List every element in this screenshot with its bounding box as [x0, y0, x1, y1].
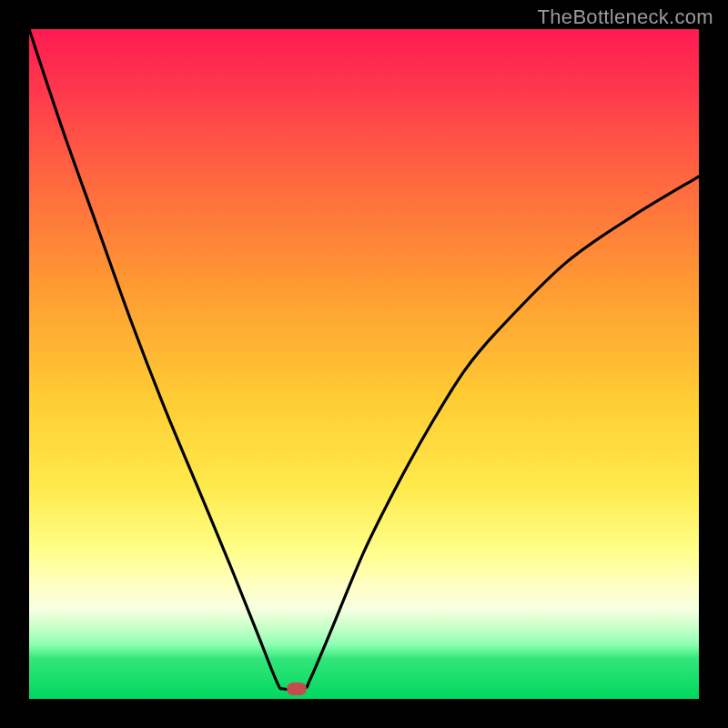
chart-frame: TheBottleneck.com [0, 0, 728, 728]
bottleneck-marker [287, 682, 307, 695]
chart-curve-svg [29, 29, 699, 699]
bottleneck-curve-path [29, 29, 699, 690]
watermark-text: TheBottleneck.com [538, 5, 713, 29]
chart-plot-area [29, 29, 699, 699]
